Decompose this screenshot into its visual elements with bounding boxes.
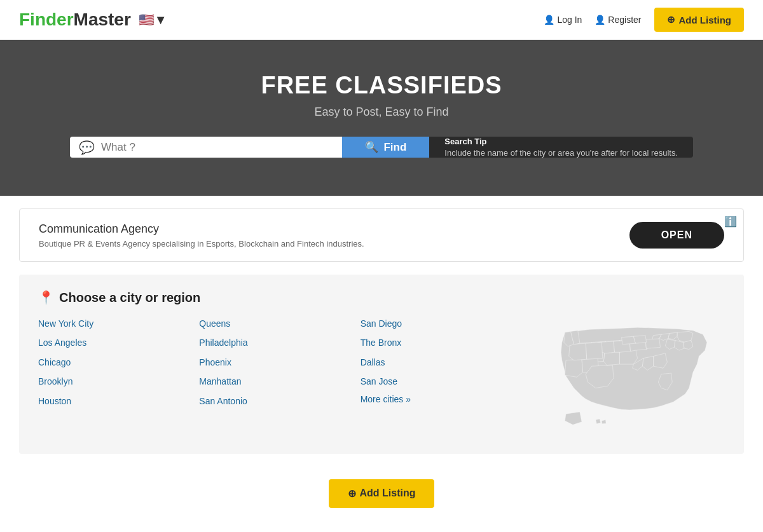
- search-tip: Search Tip Include the name of the city …: [429, 137, 693, 158]
- city-content-wrapper: New York City Los Angeles Chicago Brookl…: [38, 317, 725, 439]
- find-button[interactable]: 🔍 Find: [342, 137, 429, 158]
- city-link-queens[interactable]: Queens: [199, 317, 360, 331]
- city-link-phoenix[interactable]: Phoenix: [199, 355, 360, 369]
- search-tip-text: Include the name of the city or area you…: [444, 148, 678, 158]
- footer-section: ⊕ Add Listing: [0, 473, 763, 521]
- city-link-the-bronx[interactable]: The Bronx: [361, 336, 521, 350]
- city-link-houston[interactable]: Houston: [38, 394, 199, 408]
- register-link[interactable]: 👤 Register: [595, 15, 641, 25]
- ad-banner: ℹ️ Communication Agency Boutique PR & Ev…: [19, 208, 744, 262]
- city-col-3: San Diego The Bronx Dallas San Jose More…: [361, 317, 521, 408]
- city-link-san-diego[interactable]: San Diego: [361, 317, 521, 331]
- dropdown-arrow: ▼: [155, 13, 167, 27]
- city-section-heading: Choose a city or region: [59, 290, 200, 305]
- login-label: Log In: [557, 15, 582, 25]
- city-section-title: 📍 Choose a city or region: [38, 290, 725, 305]
- add-listing-label: Add Listing: [679, 15, 732, 25]
- search-chat-icon: 💬: [79, 140, 95, 155]
- search-input-wrapper: 💬: [70, 137, 342, 158]
- plus-icon: ⊕: [667, 14, 675, 25]
- hero-subtitle: Easy to Post, Easy to Find: [13, 106, 750, 119]
- city-section: 📍 Choose a city or region New York City …: [19, 275, 744, 454]
- logo-finder: Finder: [19, 10, 74, 29]
- footer-add-listing-label: Add Listing: [360, 488, 416, 499]
- us-map-svg: .state { fill: #d0d0d0; stroke: #f5f5f5;…: [534, 317, 725, 436]
- ad-text: Communication Agency Boutique PR & Event…: [39, 222, 364, 249]
- ad-open-button[interactable]: OPEN: [629, 222, 724, 249]
- register-icon: 👤: [595, 15, 605, 25]
- city-link-dallas[interactable]: Dallas: [361, 355, 521, 369]
- search-input[interactable]: [101, 141, 333, 154]
- flag-emoji: 🇺🇸: [139, 12, 155, 27]
- city-link-brooklyn[interactable]: Brooklyn: [38, 374, 199, 388]
- logo-link[interactable]: FinderMaster: [19, 10, 131, 30]
- footer-add-listing-button[interactable]: ⊕ Add Listing: [329, 479, 435, 508]
- city-col-1: New York City Los Angeles Chicago Brookl…: [38, 317, 199, 408]
- register-label: Register: [608, 15, 641, 25]
- city-link-manhattan[interactable]: Manhattan: [199, 374, 360, 388]
- city-col-2: Queens Philadelphia Phoenix Manhattan Sa…: [199, 317, 360, 408]
- city-link-los-angeles[interactable]: Los Angeles: [38, 336, 199, 350]
- pin-icon: 📍: [38, 290, 54, 305]
- footer-plus-icon: ⊕: [348, 488, 356, 500]
- ad-title: Communication Agency: [39, 222, 364, 236]
- hero-section: FREE CLASSIFIEDS Easy to Post, Easy to F…: [0, 40, 763, 196]
- header: FinderMaster 🇺🇸▼ 👤 Log In 👤 Register ⊕ A…: [0, 0, 763, 40]
- search-icon: 🔍: [365, 140, 378, 154]
- city-link-new-york[interactable]: New York City: [38, 317, 199, 331]
- more-cities-link[interactable]: More cities »: [361, 394, 521, 404]
- header-nav: 👤 Log In 👤 Register ⊕ Add Listing: [544, 8, 744, 32]
- user-icon: 👤: [544, 15, 554, 25]
- logo-master: Master: [74, 10, 131, 29]
- city-lists: New York City Los Angeles Chicago Brookl…: [38, 317, 521, 408]
- hero-title: FREE CLASSIFIEDS: [13, 72, 750, 99]
- open-label: OPEN: [661, 229, 692, 240]
- add-listing-button[interactable]: ⊕ Add Listing: [654, 8, 745, 32]
- city-link-chicago[interactable]: Chicago: [38, 355, 199, 369]
- search-bar: 💬 🔍 Find Search Tip Include the name of …: [70, 137, 693, 158]
- us-map: .state { fill: #d0d0d0; stroke: #f5f5f5;…: [534, 317, 725, 439]
- language-selector[interactable]: 🇺🇸▼: [139, 12, 167, 27]
- ad-description: Boutique PR & Events Agency specialising…: [39, 239, 364, 249]
- info-icon[interactable]: ℹ️: [724, 215, 737, 228]
- city-link-san-jose[interactable]: San Jose: [361, 374, 521, 388]
- find-label: Find: [383, 141, 406, 154]
- us-map-container: .state { fill: #d0d0d0; stroke: #f5f5f5;…: [534, 317, 725, 439]
- city-link-philadelphia[interactable]: Philadelphia: [199, 336, 360, 350]
- city-link-san-antonio[interactable]: San Antonio: [199, 394, 360, 408]
- search-tip-title: Search Tip: [444, 137, 678, 146]
- login-link[interactable]: 👤 Log In: [544, 15, 582, 25]
